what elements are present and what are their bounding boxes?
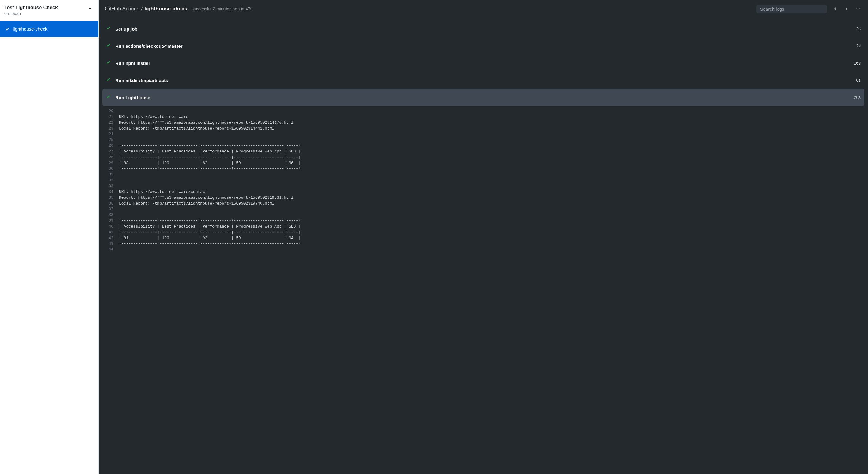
log-line: 28|---------------|----------------|----… xyxy=(102,155,864,161)
kebab-icon: ··· xyxy=(856,6,861,12)
log-line-number: 27 xyxy=(102,149,119,155)
log-line-text: Local Report: /tmp/artifacts/lighthouse-… xyxy=(119,126,274,132)
log-line: 42| 81 | 100 | 93 | 59 | 94 | xyxy=(102,235,864,241)
log-line: 32 xyxy=(102,178,864,183)
log-line: 34URL: https://www.foo.software/contact xyxy=(102,189,864,195)
step-name: Run Lighthouse xyxy=(115,95,849,100)
step-row[interactable]: Set up job2s xyxy=(102,20,864,37)
log-line: 40| Accessibility | Best Practices | Per… xyxy=(102,224,864,230)
log-line: 37 xyxy=(102,206,864,212)
breadcrumb: GitHub Actions / lighthouse-check xyxy=(105,6,187,12)
log-line: 30+---------------+----------------+----… xyxy=(102,166,864,172)
log-line-text: | Accessibility | Best Practices | Perfo… xyxy=(119,224,301,230)
step-duration: 16s xyxy=(854,61,861,66)
log-line-number: 33 xyxy=(102,183,119,189)
log-line-text: +---------------+----------------+------… xyxy=(119,166,301,172)
sidebar: Test Lighthouse Check on: push lighthous… xyxy=(0,0,99,474)
log-line-text: Report: https://***.s3.amazonaws.com/lig… xyxy=(119,120,293,126)
log-line-number: 24 xyxy=(102,131,119,137)
log-output[interactable]: 2021URL: https://www.foo.software22Repor… xyxy=(102,106,864,256)
log-line-number: 31 xyxy=(102,172,119,178)
step-row[interactable]: Run Lighthouse26s xyxy=(102,89,864,106)
log-line-number: 20 xyxy=(102,108,119,114)
log-line-text: | 88 | 100 | 82 | 59 | 96 | xyxy=(119,161,301,166)
step-name: Run npm install xyxy=(115,61,849,66)
log-line-text: | 81 | 100 | 93 | 59 | 94 | xyxy=(119,235,301,241)
log-line-number: 25 xyxy=(102,137,119,143)
log-line-text: Report: https://***.s3.amazonaws.com/lig… xyxy=(119,195,293,201)
log-line-number: 40 xyxy=(102,224,119,230)
log-line: 22Report: https://***.s3.amazonaws.com/l… xyxy=(102,120,864,126)
log-line: 27| Accessibility | Best Practices | Per… xyxy=(102,149,864,155)
check-icon xyxy=(106,26,111,32)
log-line-text: URL: https://www.foo.software/contact xyxy=(119,189,208,195)
log-line-number: 36 xyxy=(102,201,119,207)
log-line-text: +---------------+----------------+------… xyxy=(119,218,301,224)
run-status: successful 2 minutes ago in 47s xyxy=(192,6,252,11)
step-row[interactable]: Run actions/checkout@master2s xyxy=(102,37,864,55)
log-line-number: 22 xyxy=(102,120,119,126)
log-line-number: 42 xyxy=(102,235,119,241)
log-line-number: 37 xyxy=(102,206,119,212)
log-line-number: 32 xyxy=(102,178,119,183)
step-duration: 26s xyxy=(854,95,861,100)
search-input[interactable] xyxy=(756,5,827,13)
log-line: 24 xyxy=(102,131,864,137)
step-row[interactable]: Run mkdir /tmp/artifacts0s xyxy=(102,72,864,89)
log-line-number: 23 xyxy=(102,126,119,132)
check-icon xyxy=(106,77,111,83)
step-duration: 0s xyxy=(856,78,861,83)
main: GitHub Actions / lighthouse-check succes… xyxy=(99,0,868,474)
check-icon xyxy=(106,60,111,66)
log-line-text: | Accessibility | Best Practices | Perfo… xyxy=(119,149,301,155)
step-duration: 2s xyxy=(856,43,861,48)
log-line-number: 34 xyxy=(102,189,119,195)
step-duration: 2s xyxy=(856,26,861,31)
log-line-number: 35 xyxy=(102,195,119,201)
log-line: 36Local Report: /tmp/artifacts/lighthous… xyxy=(102,201,864,207)
log-line: 39+---------------+----------------+----… xyxy=(102,218,864,224)
prev-button[interactable] xyxy=(831,5,839,13)
log-line-text: URL: https://www.foo.software xyxy=(119,114,188,120)
log-line: 43+---------------+----------------+----… xyxy=(102,241,864,247)
log-line-number: 30 xyxy=(102,166,119,172)
step-row[interactable]: Run npm install16s xyxy=(102,55,864,72)
steps-list: Set up job2sRun actions/checkout@master2… xyxy=(99,18,868,474)
step-name: Run actions/checkout@master xyxy=(115,43,852,49)
log-line: 41|---------------|----------------|----… xyxy=(102,230,864,235)
log-line-number: 38 xyxy=(102,212,119,218)
log-line-number: 43 xyxy=(102,241,119,247)
log-line-number: 29 xyxy=(102,161,119,166)
main-header: GitHub Actions / lighthouse-check succes… xyxy=(99,0,868,18)
log-line-text: |---------------|----------------|------… xyxy=(119,230,301,235)
chevron-right-icon xyxy=(844,6,849,11)
next-button[interactable] xyxy=(843,5,850,13)
log-line: 25 xyxy=(102,137,864,143)
workflow-title: Test Lighthouse Check xyxy=(4,5,58,10)
step-name: Set up job xyxy=(115,26,852,32)
log-line-number: 44 xyxy=(102,247,119,252)
chevron-up-icon[interactable] xyxy=(87,5,93,12)
breadcrumb-separator: / xyxy=(141,6,143,12)
breadcrumb-parent[interactable]: GitHub Actions xyxy=(105,6,139,12)
breadcrumb-current: lighthouse-check xyxy=(144,6,187,12)
log-line: 26+---------------+----------------+----… xyxy=(102,143,864,149)
check-icon xyxy=(106,94,111,100)
check-icon xyxy=(5,27,10,32)
step-name: Run mkdir /tmp/artifacts xyxy=(115,78,852,83)
log-line: 21URL: https://www.foo.software xyxy=(102,114,864,120)
chevron-left-icon xyxy=(832,6,837,11)
log-line-number: 28 xyxy=(102,155,119,161)
check-icon xyxy=(106,43,111,49)
sidebar-job-lighthouse-check[interactable]: lighthouse-check xyxy=(0,21,98,37)
log-line: 31 xyxy=(102,172,864,178)
workflow-header[interactable]: Test Lighthouse Check on: push xyxy=(0,0,98,21)
log-line: 38 xyxy=(102,212,864,218)
log-line: 29| 88 | 100 | 82 | 59 | 96 | xyxy=(102,161,864,166)
more-options-button[interactable]: ··· xyxy=(855,4,862,13)
workflow-trigger: on: push xyxy=(4,11,58,16)
sidebar-job-label: lighthouse-check xyxy=(13,26,48,32)
log-line-text: +---------------+----------------+------… xyxy=(119,143,301,149)
log-line: 23Local Report: /tmp/artifacts/lighthous… xyxy=(102,126,864,132)
log-line-number: 21 xyxy=(102,114,119,120)
